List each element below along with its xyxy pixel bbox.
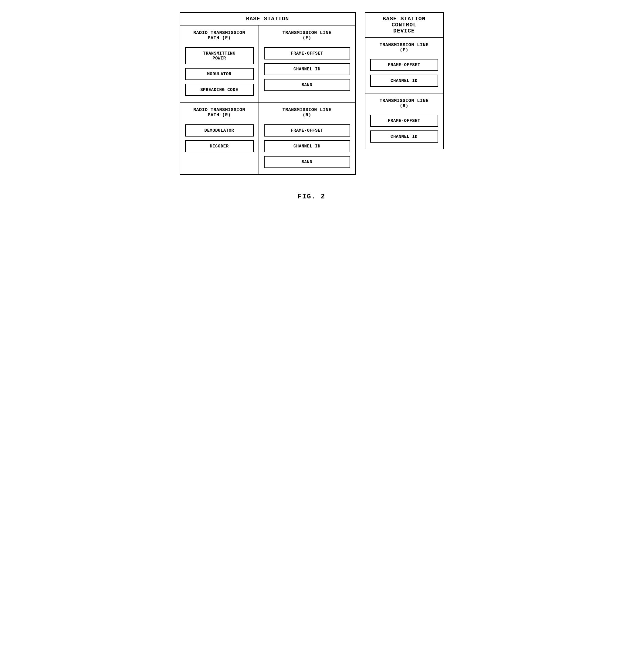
diagram-container: BASE STATION RADIO TRANSMISSION PATH (F)… (180, 12, 444, 175)
bscd-reverse-section: TRANSMISSION LINE (R) FRAME-OFFSET CHANN… (365, 93, 443, 149)
bs-forward-spreading-code: SPREADING CODE (185, 84, 254, 96)
base-station-box: BASE STATION RADIO TRANSMISSION PATH (F)… (180, 12, 356, 175)
bs-forward-band: BAND (264, 79, 350, 91)
bs-reverse-frame-offset: FRAME-OFFSET (264, 124, 350, 136)
bs-reverse-decoder: DECODER (185, 140, 254, 152)
bscd-forward-section: TRANSMISSION LINE (F) FRAME-OFFSET CHANN… (365, 38, 443, 93)
bs-reverse-right-col: TRANSMISSION LINE (R) FRAME-OFFSET CHANN… (259, 102, 355, 174)
bscd-forward-frame-offset: FRAME-OFFSET (370, 59, 438, 71)
bscd-forward-title: TRANSMISSION LINE (F) (370, 42, 438, 53)
figure-label: FIG. 2 (298, 193, 325, 201)
bs-reverse-demodulator: DEMODULATOR (185, 124, 254, 136)
bs-reverse-left-col: RADIO TRANSMISSION PATH (R) DEMODULATOR … (180, 102, 259, 174)
bscd-reverse-frame-offset: FRAME-OFFSET (370, 115, 438, 127)
bscd-title: BASE STATION CONTROL DEVICE (365, 13, 443, 38)
base-station-reverse-row: RADIO TRANSMISSION PATH (R) DEMODULATOR … (180, 102, 355, 174)
bs-forward-transmitting-power: TRANSMITTINGPOWER (185, 47, 254, 64)
bs-forward-modulator: MODULATOR (185, 68, 254, 80)
bs-forward-right-col: TRANSMISSION LINE (F) FRAME-OFFSET CHANN… (259, 26, 355, 102)
bs-forward-frame-offset: FRAME-OFFSET (264, 47, 350, 59)
bs-forward-channel-id: CHANNEL ID (264, 63, 350, 75)
bs-reverse-band: BAND (264, 156, 350, 168)
bs-reverse-left-title: RADIO TRANSMISSION PATH (R) (185, 108, 254, 118)
bscd-reverse-channel-id: CHANNEL ID (370, 130, 438, 143)
base-station-title: BASE STATION (180, 13, 355, 26)
bs-reverse-right-title: TRANSMISSION LINE (R) (264, 108, 350, 118)
bscd-reverse-title: TRANSMISSION LINE (R) (370, 98, 438, 109)
bs-forward-left-col: RADIO TRANSMISSION PATH (F) TRANSMITTING… (180, 26, 259, 102)
bs-forward-right-title: TRANSMISSION LINE (F) (264, 30, 350, 41)
bscd-forward-channel-id: CHANNEL ID (370, 74, 438, 87)
bs-reverse-channel-id: CHANNEL ID (264, 140, 350, 152)
base-station-forward-row: RADIO TRANSMISSION PATH (F) TRANSMITTING… (180, 26, 355, 102)
bscd-box: BASE STATION CONTROL DEVICE TRANSMISSION… (365, 12, 444, 149)
bs-forward-left-title: RADIO TRANSMISSION PATH (F) (185, 30, 254, 41)
